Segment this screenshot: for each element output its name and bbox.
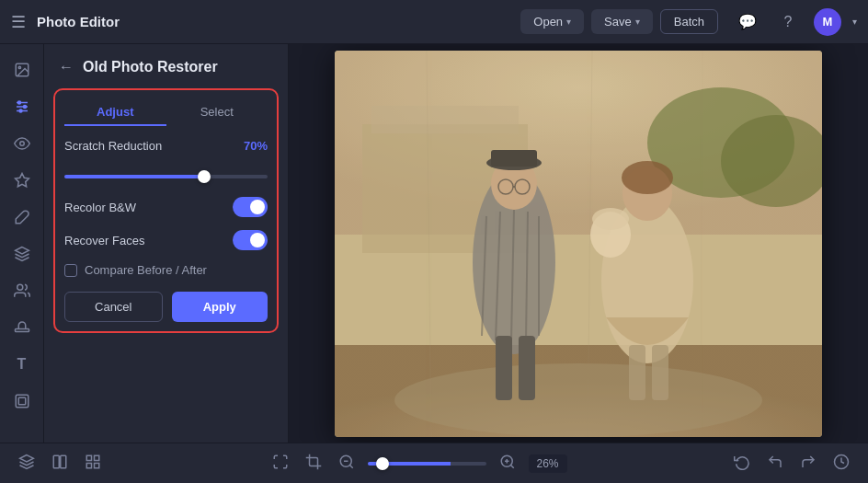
svg-rect-49 <box>53 455 59 468</box>
fit-screen-icon[interactable] <box>268 450 292 477</box>
scratch-reduction-row: Scratch Reduction 70% <box>64 139 268 153</box>
sidebar-icon-image[interactable] <box>6 53 39 86</box>
sidebar-icon-eye[interactable] <box>6 127 39 160</box>
scratch-reduction-slider[interactable] <box>64 175 268 178</box>
bottombar: 26% <box>0 443 868 483</box>
tab-adjust[interactable]: Adjust <box>64 99 166 126</box>
rotate-icon[interactable] <box>730 450 754 477</box>
avatar[interactable]: M <box>814 8 841 36</box>
zoom-value: 26% <box>529 454 567 473</box>
svg-point-11 <box>17 284 22 290</box>
bottom-center-zoom: 26% <box>268 450 567 477</box>
sidebar-icon-adjust[interactable] <box>6 90 39 123</box>
svg-rect-13 <box>16 395 29 408</box>
redo-icon[interactable] <box>796 450 820 477</box>
svg-rect-51 <box>86 455 91 460</box>
open-button[interactable]: Open ▾ <box>520 9 584 34</box>
avatar-chevron-icon[interactable]: ▾ <box>852 17 857 27</box>
save-chevron-icon: ▾ <box>635 17 640 27</box>
history-icon[interactable] <box>829 450 853 477</box>
back-button[interactable]: ← <box>57 57 75 77</box>
panel-content-box: Adjust Select Scratch Reduction 70% Reco… <box>53 88 279 333</box>
svg-point-1 <box>18 66 20 68</box>
svg-point-6 <box>23 106 26 109</box>
help-icon[interactable]: ? <box>773 7 803 37</box>
sidebar-icon-brush[interactable] <box>6 201 39 234</box>
scratch-reduction-control: Scratch Reduction 70% <box>64 139 268 182</box>
svg-line-59 <box>510 465 513 467</box>
scratch-reduction-value: 70% <box>244 139 268 153</box>
svg-line-56 <box>349 465 352 467</box>
recover-faces-toggle-slider <box>233 230 268 250</box>
zoom-out-icon[interactable] <box>335 450 359 477</box>
cancel-button[interactable]: Cancel <box>64 292 163 322</box>
topbar: ☰ Photo Editor Open ▾ Save ▾ Batch 💬 ? M… <box>0 0 868 44</box>
svg-rect-12 <box>15 329 29 332</box>
svg-marker-9 <box>15 174 29 187</box>
recolor-bw-toggle-slider <box>233 197 268 217</box>
svg-point-5 <box>17 101 20 104</box>
svg-marker-10 <box>15 247 29 255</box>
recover-faces-label: Recover Faces <box>64 234 144 247</box>
sidebar-icon-frame[interactable] <box>6 385 39 418</box>
svg-marker-48 <box>20 454 34 462</box>
recover-faces-row: Recover Faces <box>64 230 268 250</box>
save-button[interactable]: Save ▾ <box>591 9 653 34</box>
svg-rect-44 <box>335 51 822 437</box>
recover-faces-toggle[interactable] <box>233 230 268 250</box>
zoom-slider[interactable] <box>368 462 486 466</box>
scratch-reduction-label: Scratch Reduction <box>64 139 162 153</box>
sidebar-icon-magic[interactable] <box>6 164 39 197</box>
bottom-right-actions <box>730 450 853 477</box>
grid-bottom-icon[interactable] <box>81 450 105 477</box>
sidebar-icon-stamp[interactable] <box>6 311 39 344</box>
recolor-bw-row: Recolor B&W <box>64 197 268 217</box>
panel-header: ← Old Photo Restorer <box>44 44 288 88</box>
undo-icon[interactable] <box>763 450 787 477</box>
recolor-bw-toggle[interactable] <box>233 197 268 217</box>
svg-rect-52 <box>95 455 99 460</box>
app-title: Photo Editor <box>37 14 120 29</box>
svg-point-8 <box>19 142 24 146</box>
side-panel: ← Old Photo Restorer Adjust Select Scrat… <box>44 44 289 443</box>
action-buttons: Cancel Apply <box>64 292 268 322</box>
sidebar-icon-layers[interactable] <box>6 237 39 270</box>
compare-bottom-icon[interactable] <box>48 450 72 477</box>
batch-button[interactable]: Batch <box>660 9 718 34</box>
compare-label: Compare Before / After <box>85 263 207 277</box>
crop-icon[interactable] <box>302 450 326 477</box>
layers-bottom-icon[interactable] <box>15 450 39 477</box>
tab-select[interactable]: Select <box>166 99 268 126</box>
zoom-in-icon[interactable] <box>496 450 520 477</box>
compare-checkbox[interactable] <box>64 264 77 277</box>
svg-rect-53 <box>86 463 91 467</box>
sidebar-icon-text[interactable]: T <box>6 348 39 381</box>
main-area: T ← Old Photo Restorer Adjust Select Scr… <box>0 44 868 443</box>
tab-bar: Adjust Select <box>64 99 268 126</box>
canvas-area <box>289 44 868 443</box>
topbar-actions: 💬 ? M ▾ <box>733 7 857 37</box>
recolor-bw-label: Recolor B&W <box>64 201 136 214</box>
svg-rect-50 <box>61 455 66 468</box>
svg-rect-54 <box>95 463 99 467</box>
panel-title: Old Photo Restorer <box>83 59 218 75</box>
compare-row: Compare Before / After <box>64 263 268 277</box>
apply-button[interactable]: Apply <box>172 292 268 322</box>
svg-rect-14 <box>18 397 26 405</box>
sidebar-icon-people[interactable] <box>6 274 39 307</box>
photo-frame <box>335 51 822 437</box>
svg-point-7 <box>19 109 22 112</box>
open-chevron-icon: ▾ <box>566 17 571 27</box>
icon-bar: T <box>0 44 44 443</box>
photo-image <box>335 51 822 437</box>
comment-icon[interactable]: 💬 <box>733 7 762 37</box>
bottom-left-tools <box>15 450 105 477</box>
menu-icon[interactable]: ☰ <box>11 12 26 32</box>
